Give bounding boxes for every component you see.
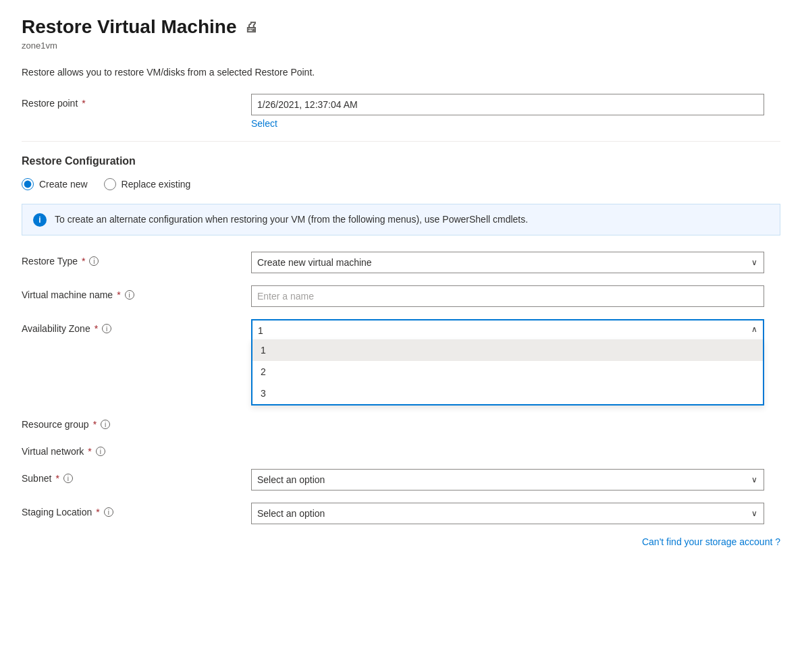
restore-type-select-wrapper: Create new virtual machine Restore disks… — [251, 252, 764, 273]
page-header: Restore Virtual Machine 🖨 zone1vm — [22, 16, 780, 51]
vm-name-info-icon[interactable]: i — [125, 290, 134, 300]
page-subtitle: zone1vm — [22, 40, 780, 51]
restore-point-label: Restore point * — [22, 94, 251, 109]
resource-group-required: * — [93, 419, 97, 430]
print-icon[interactable]: 🖨 — [244, 20, 258, 35]
restore-configuration-section: Restore Configuration Create new Replace… — [22, 155, 780, 235]
subnet-control: Select an option ∨ — [251, 469, 764, 491]
subnet-label: Subnet * i — [22, 469, 251, 484]
page-description: Restore allows you to restore VM/disks f… — [22, 67, 780, 78]
cant-find-storage-link[interactable]: Can't find your storage account ? — [642, 536, 780, 547]
info-banner-text: To create an alternate configuration whe… — [55, 213, 528, 227]
subnet-required: * — [55, 473, 59, 484]
restore-point-value: 1/26/2021, 12:37:04 AM — [251, 94, 764, 115]
vm-name-control — [251, 285, 764, 307]
staging-location-required: * — [96, 507, 99, 517]
subnet-select-wrapper: Select an option ∨ — [251, 469, 764, 491]
radio-replace-existing[interactable]: Replace existing — [104, 178, 191, 190]
virtual-network-required: * — [88, 446, 91, 457]
staging-location-select[interactable]: Select an option — [251, 503, 764, 524]
availability-zone-required: * — [95, 323, 98, 334]
virtual-network-info-icon[interactable]: i — [96, 447, 105, 456]
availability-zone-dropdown-menu: 1 2 3 — [251, 339, 764, 405]
availability-zone-input[interactable] — [251, 319, 764, 341]
info-banner-icon: i — [33, 213, 47, 227]
radio-replace-existing-label: Replace existing — [122, 179, 191, 190]
availability-zone-row: Availability Zone * i ∧ 1 2 3 — [22, 319, 780, 341]
vm-name-required: * — [117, 289, 120, 300]
page-title-text: Restore Virtual Machine — [22, 16, 236, 38]
vm-name-input[interactable] — [251, 285, 764, 307]
availability-zone-option-1[interactable]: 1 — [252, 339, 763, 361]
page-title-row: Restore Virtual Machine 🖨 — [22, 16, 780, 38]
vm-name-row: Virtual machine name * i — [22, 285, 780, 307]
subnet-row: Subnet * i Select an option ∨ — [22, 469, 780, 491]
restore-type-required: * — [82, 256, 85, 267]
resource-group-info-icon[interactable]: i — [101, 420, 110, 429]
restore-type-control: Create new virtual machine Restore disks… — [251, 252, 764, 273]
bottom-link-row: Can't find your storage account ? — [22, 536, 780, 547]
availability-zone-control: ∧ 1 2 3 — [251, 319, 764, 341]
availability-zone-option-2[interactable]: 2 — [252, 361, 763, 383]
availability-zone-dropdown-wrapper: ∧ 1 2 3 — [251, 319, 764, 341]
virtual-network-label: Virtual network * i — [22, 442, 251, 457]
restore-point-control: 1/26/2021, 12:37:04 AM Select — [251, 94, 764, 129]
availability-zone-info-icon[interactable]: i — [102, 324, 111, 333]
info-banner: i To create an alternate configuration w… — [22, 204, 780, 235]
staging-location-row: Staging Location * i Select an option ∨ — [22, 503, 780, 524]
restore-type-label: Restore Type * i — [22, 252, 251, 267]
restore-point-select-link[interactable]: Select — [251, 118, 277, 129]
staging-location-control: Select an option ∨ — [251, 503, 764, 524]
staging-location-info-icon[interactable]: i — [104, 507, 113, 517]
restore-type-select[interactable]: Create new virtual machine Restore disks — [251, 252, 764, 273]
restore-type-info-icon[interactable]: i — [89, 256, 99, 266]
radio-create-new[interactable]: Create new — [22, 178, 88, 190]
vm-name-label: Virtual machine name * i — [22, 285, 251, 300]
restore-point-row: Restore point * 1/26/2021, 12:37:04 AM S… — [22, 94, 780, 129]
staging-location-label: Staging Location * i — [22, 503, 251, 517]
resource-group-label: Resource group * i — [22, 415, 251, 430]
restore-config-title: Restore Configuration — [22, 155, 780, 167]
radio-replace-existing-input[interactable] — [104, 178, 116, 190]
radio-create-new-input[interactable] — [22, 178, 34, 190]
restore-type-radio-group: Create new Replace existing — [22, 178, 780, 190]
radio-create-new-label: Create new — [39, 179, 88, 190]
restore-type-row: Restore Type * i Create new virtual mach… — [22, 252, 780, 273]
resource-group-row: Resource group * i — [22, 415, 780, 430]
restore-point-required: * — [82, 98, 85, 109]
availability-zone-label: Availability Zone * i — [22, 319, 251, 334]
subnet-select[interactable]: Select an option — [251, 469, 764, 491]
availability-zone-option-3[interactable]: 3 — [252, 383, 763, 404]
divider-1 — [22, 141, 780, 142]
subnet-info-icon[interactable]: i — [63, 474, 73, 483]
staging-location-select-wrapper: Select an option ∨ — [251, 503, 764, 524]
virtual-network-row: Virtual network * i — [22, 442, 780, 457]
